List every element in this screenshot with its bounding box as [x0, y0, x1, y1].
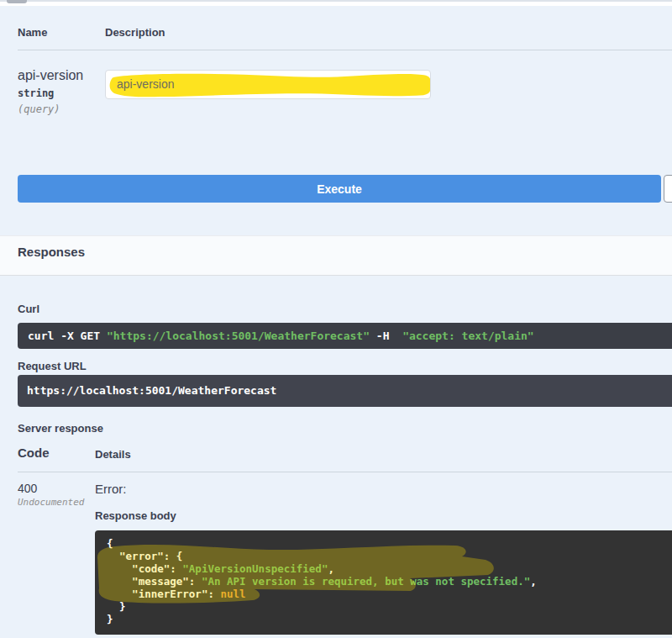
parameter-description-cell: api-version [105, 67, 672, 115]
status-code: 400 [18, 482, 95, 495]
parameters-name-header: Name [18, 26, 105, 39]
code-header: Code [18, 446, 95, 461]
responses-section-header: Responses [0, 235, 672, 276]
responses-content: Curl curl -X GET "https://localhost:5001… [0, 276, 672, 635]
parameter-name: api-version [18, 67, 105, 83]
parameter-row: api-version string (query) api-version [0, 50, 672, 115]
error-label: Error: [95, 482, 672, 497]
api-version-input-value: api-version [117, 71, 174, 98]
details-header: Details [95, 448, 672, 461]
undocumented-label: Undocumented [18, 497, 95, 508]
responses-title: Responses [18, 245, 672, 260]
curl-command: curl -X GET "https://localhost:5001/Weat… [18, 323, 672, 349]
response-body-label: Response body [95, 509, 672, 522]
cropped-element-remnant [7, 0, 27, 3]
response-details-cell: Error: Response body { "error": { "code"… [95, 482, 672, 635]
execute-button-row: Execute [0, 175, 672, 203]
parameters-description-header: Description [105, 26, 672, 39]
curl-label: Curl [18, 303, 672, 315]
response-body-block[interactable]: { "error": { "code": "ApiVersionUnspecif… [95, 530, 672, 635]
request-url-label: Request URL [18, 360, 672, 372]
clear-button-partial[interactable] [664, 175, 672, 203]
server-response-table-header: Code Details [18, 446, 672, 461]
parameters-table-header: Name Description [0, 6, 672, 39]
parameter-name-cell: api-version string (query) [18, 67, 105, 115]
parameter-type: string [18, 88, 105, 99]
response-row: 400 Undocumented Error: Response body { … [18, 472, 672, 635]
swagger-opblock-viewport: Name Description api-version string (que… [0, 0, 672, 638]
response-json: { "error": { "code": "ApiVersionUnspecif… [95, 530, 672, 632]
request-url-value: https://localhost:5001/WeatherForecast [18, 375, 672, 407]
server-response-label: Server response [18, 422, 672, 435]
execute-button[interactable]: Execute [18, 175, 661, 203]
top-crop-edge [0, 0, 672, 2]
response-code-cell: 400 Undocumented [18, 482, 95, 635]
api-version-input[interactable]: api-version [105, 70, 431, 99]
operation-block: Name Description api-version string (que… [0, 6, 672, 638]
parameter-location: (query) [18, 104, 105, 115]
